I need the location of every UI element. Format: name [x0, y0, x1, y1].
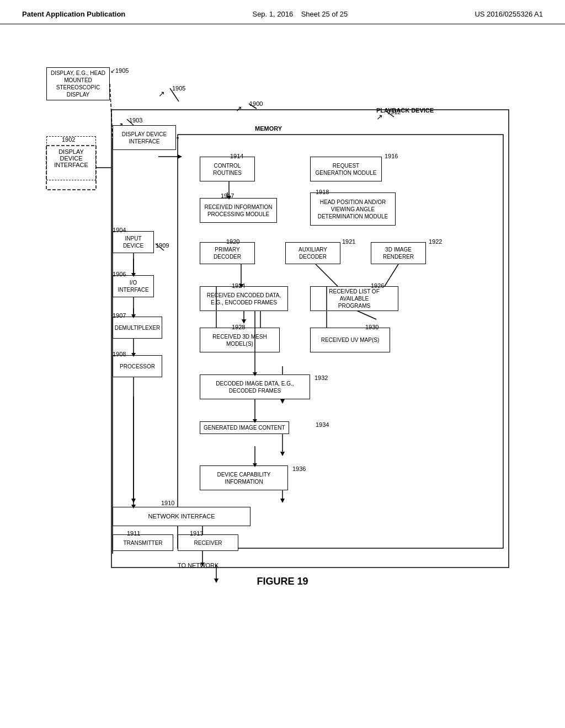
ref-1908: 1908	[113, 351, 126, 357]
image-renderer-box: 3D IMAGERENDERER	[371, 242, 426, 264]
svg-marker-29	[280, 499, 285, 503]
ref-1905b: ↙1905	[110, 67, 129, 74]
svg-marker-14	[131, 499, 136, 503]
playback-device-label: PLAYBACK DEVICE	[376, 107, 434, 114]
display-unit: DISPLAY DEVICE INTERFACE DISPLAY DEVICE …	[46, 136, 96, 180]
processor-box: PROCESSOR	[113, 355, 162, 377]
ref-1918: 1918	[316, 189, 329, 195]
ref-1900: 1900	[249, 100, 263, 107]
diagram-container: 1905 ↗ 1900 ↗ 1903 ↗ 1912 ↗ DISPLAY, E.G…	[45, 35, 520, 642]
ref-1914: 1914	[230, 153, 243, 159]
header-center: Sep. 1, 2016 Sheet 25 of 25	[252, 10, 348, 18]
generated-image-box: GENERATED IMAGE CONTENT	[200, 421, 289, 434]
display-interface-box: DISPLAY DEVICEINTERFACE	[113, 125, 176, 150]
ref-1905: 1905	[172, 85, 185, 92]
diagram-area: 1905 ↗ 1900 ↗ 1903 ↗ 1912 ↗ DISPLAY, E.G…	[0, 24, 565, 708]
ref-1913: 1913	[190, 530, 203, 537]
network-interface-box: NETWORK INTERFACE	[113, 507, 250, 526]
ref-1907: 1907	[113, 312, 126, 319]
ref-1921: 1921	[342, 238, 355, 245]
ref-1904: 1904	[113, 227, 126, 233]
ref-1926: 1926	[371, 282, 384, 289]
ref-1924: 1924	[232, 282, 245, 289]
head-pos-box: HEAD POSITION AND/ORVIEWING ANGLEDETERMI…	[310, 192, 396, 226]
ref-1902: 1902	[62, 136, 75, 143]
primary-decoder-box: PRIMARYDECODER	[200, 242, 255, 264]
header-right: US 2016/0255326 A1	[475, 10, 543, 18]
ref-1922: 1922	[429, 238, 442, 245]
decoded-image-box: DECODED IMAGE DATA, E.G.,DECODED FRAMES	[200, 374, 310, 399]
ref-arrow-1912: ↗	[376, 113, 383, 121]
ref-1906: 1906	[113, 271, 126, 277]
request-gen-box: REQUESTGENERATION MODULE	[310, 157, 382, 181]
ref-1920: 1920	[226, 238, 239, 245]
auxiliary-decoder-box: AUXILIARYDECODER	[285, 242, 340, 264]
mesh-model-box: RECEIVED 3D MESHMODEL(S)	[200, 328, 280, 352]
svg-line-50	[316, 264, 338, 286]
transmitter-box: TRANSMITTER	[113, 534, 173, 551]
display-label: DISPLAY DEVICE INTERFACE	[47, 148, 95, 168]
ref-1916: 1916	[385, 153, 398, 159]
header-left: Patent Application Publication	[22, 10, 125, 18]
ref-1911: 1911	[127, 530, 140, 537]
svg-marker-17	[214, 579, 218, 583]
control-routines-box: CONTROLROUTINES	[200, 157, 255, 181]
svg-marker-6	[178, 154, 182, 159]
device-capability-box: DEVICE CAPABILITYINFORMATION	[200, 465, 288, 490]
ref-1917: 1917	[221, 192, 234, 199]
ref-1930: 1930	[365, 324, 379, 330]
encoded-data-box: RECEIVED ENCODED DATA,E.G., ENCODED FRAM…	[200, 286, 288, 311]
memory-label: MEMORY	[255, 125, 282, 132]
available-programs-box: RECEIVED LIST OF AVAILABLEPROGRAMS	[310, 286, 398, 311]
ref-1910: 1910	[161, 500, 174, 506]
ref-1932: 1932	[315, 374, 328, 381]
ref-arrow-1900: ↗	[236, 104, 242, 113]
receiver-box: RECEIVER	[178, 534, 238, 551]
demultiplexer-box: DEMULTIPLEXER	[113, 317, 162, 339]
ref-1909: 1909	[156, 242, 169, 249]
to-network-label: TO NETWORK	[178, 562, 218, 569]
ref-1936: 1936	[292, 465, 306, 472]
svg-marker-21	[242, 319, 246, 324]
svg-marker-27	[280, 452, 285, 456]
input-device-box: INPUTDEVICE	[113, 231, 154, 253]
page-header: Patent Application Publication Sep. 1, 2…	[0, 0, 565, 24]
ref-1928: 1928	[232, 324, 245, 330]
svg-line-51	[385, 264, 398, 286]
received-info-box: RECEIVED INFORMATIONPROCESSING MODULE	[200, 198, 277, 223]
ref-1934: 1934	[316, 421, 329, 428]
display-box: DISPLAY, E.G., HEADMOUNTEDSTEREOSCOPIC D…	[46, 67, 110, 100]
io-interface-box: I/OINTERFACE	[113, 275, 154, 297]
svg-marker-25	[280, 399, 285, 404]
ref-1903: 1903	[129, 117, 142, 124]
uv-maps-box: RECEIVED UV MAP(S)	[310, 328, 390, 352]
ref-arrow-1905: ↗	[158, 89, 165, 98]
